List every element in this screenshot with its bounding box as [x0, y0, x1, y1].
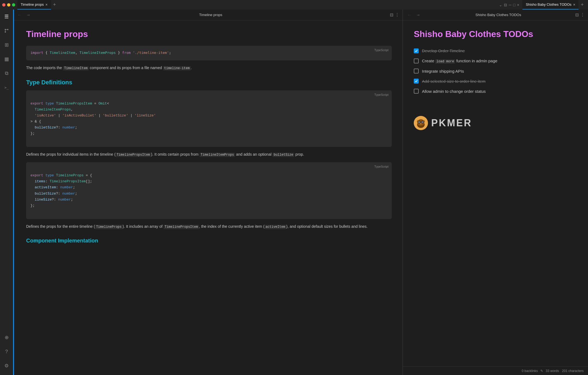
todo-checkbox-2[interactable] [414, 59, 419, 63]
code-content-1: import { TimelineItem, TimelineItemProps… [30, 51, 171, 55]
reading-mode-icon[interactable]: ⊟ [390, 12, 393, 17]
tab-timeline-props[interactable]: Timeline props × [17, 0, 51, 10]
sidebar-item-search[interactable]: ⊕ [2, 333, 11, 342]
right-reading-mode-icon[interactable]: ⊟ [575, 12, 579, 17]
right-more-options-icon[interactable]: ⋮ [580, 12, 585, 17]
content-area: ← → Timeline props ⊟ ⋮ Timeline props Ty… [13, 10, 588, 375]
svg-point-13 [422, 122, 423, 123]
sidebar-item-grid[interactable]: ⊞ [2, 40, 11, 50]
char-count: 201 characters [562, 369, 584, 373]
todo-text-3: Integrate shipping APIs [422, 68, 464, 74]
right-pane-title: Shisho Baby Clothes TODOs [424, 13, 573, 17]
right-pane-content: Shisho Baby Clothes TODOs Develop Order … [403, 20, 588, 366]
back-button[interactable]: ← [16, 12, 23, 18]
prose-2: Defines the props for individual items i… [26, 151, 392, 158]
pkmer-area: PKMER [414, 94, 577, 130]
edit-icon[interactable]: ✎ [540, 369, 543, 373]
todo-checkbox-1[interactable] [414, 48, 419, 53]
sidebar-bottom: ⊕ ? ⚙ [2, 333, 11, 373]
svg-point-1 [5, 31, 6, 33]
section-type-definitions: Type Definitions [26, 79, 392, 86]
close-button[interactable] [2, 3, 5, 7]
todo-item-3: Integrate shipping APIs [414, 68, 577, 74]
svg-point-12 [419, 122, 420, 123]
prose-1: The code imports the TimelineItem compon… [26, 65, 392, 71]
sidebar-item-help[interactable]: ? [2, 347, 11, 356]
tab-shisho-todos[interactable]: Shisho Baby Clothes TODOs × [522, 0, 578, 10]
todo-item-4: Add selected size to order line item [414, 78, 577, 84]
window-controls-area [2, 3, 17, 7]
svg-point-0 [5, 29, 6, 30]
pkmer-label: PKMER [431, 117, 472, 129]
code-content-2: export type TimelinePropsItem = Omit< Ti… [30, 95, 387, 143]
left-pane-title: Timeline props [34, 13, 388, 17]
todo-item-2: Create load more function in admin page [414, 58, 577, 64]
sidebar-item-calendar[interactable]: ▦ [2, 54, 11, 64]
svg-point-2 [7, 29, 8, 30]
todo-text-1: Develop Order Timeline [422, 48, 465, 54]
tab2-label: Shisho Baby Clothes TODOs [526, 2, 571, 7]
todo-text-5: Allow admin to change order status [422, 88, 486, 94]
todo-checkbox-3[interactable] [414, 69, 419, 73]
left-pane-toolbar: ← → Timeline props ⊟ ⋮ [13, 10, 403, 20]
window-controls [2, 3, 15, 7]
sidebar-item-menu[interactable]: ☰ [2, 12, 11, 21]
more-options-icon[interactable]: ⋮ [395, 12, 399, 17]
todo-list: Develop Order Timeline Create load more … [414, 48, 577, 94]
code-lang-1: TypeScript [374, 48, 388, 53]
article-title: Timeline props [26, 29, 392, 39]
tab-label: Timeline props [21, 2, 44, 7]
todo-text-4: Add selected size to order line item [422, 78, 485, 84]
code-block-2: TypeScript export type TimelinePropsItem… [26, 90, 392, 147]
bottom-stats: 0 backlinks ✎ 33 words 201 characters [522, 369, 584, 373]
right-pane-toolbar: ← → Shisho Baby Clothes TODOs ⊟ ⋮ [403, 10, 588, 20]
main-container: ☰ ⊞ ▦ ⧉ >_ ⊕ ? ⚙ ← → Timeline pr [0, 10, 588, 375]
code-block-3: TypeScript export type TimelineProps = {… [26, 162, 392, 219]
sidebar-item-terminal[interactable]: >_ [2, 82, 11, 92]
left-pane: ← → Timeline props ⊟ ⋮ Timeline props Ty… [13, 10, 403, 375]
active-indicator [13, 10, 14, 375]
tab-close-icon[interactable]: × [45, 2, 48, 7]
right-pane-bottom-bar: 0 backlinks ✎ 33 words 201 characters [403, 366, 588, 375]
maximize-button[interactable] [12, 3, 15, 7]
backlinks-count: 0 backlinks [522, 369, 538, 373]
code-lang-3: TypeScript [374, 164, 388, 169]
code-block-1: TypeScript import { TimelineItem, Timeli… [26, 46, 392, 60]
title-bar: Timeline props × + ⌄ ⊟ ─ □ × Shisho Baby… [0, 0, 588, 10]
todo-checkbox-4[interactable] [414, 79, 419, 84]
todo-page-title: Shisho Baby Clothes TODOs [414, 29, 577, 39]
todo-text-2: Create load more function in admin page [422, 58, 497, 64]
right-pane-actions: ⊟ ⋮ [575, 12, 585, 17]
todo-item-5: Allow admin to change order status [414, 88, 577, 94]
right-pane: ← → Shisho Baby Clothes TODOs ⊟ ⋮ Shisho… [403, 10, 588, 375]
tab-dropdown-icon[interactable]: ⌄ [499, 3, 502, 7]
close-window-icon[interactable]: × [517, 3, 519, 7]
sidebar-item-copy[interactable]: ⧉ [2, 68, 11, 78]
tabs-container: Timeline props × + ⌄ ⊟ ─ □ × Shisho Baby… [17, 0, 586, 10]
restore-window-icon[interactable]: □ [513, 3, 515, 7]
sidebar: ☰ ⊞ ▦ ⧉ >_ ⊕ ? ⚙ [0, 10, 13, 375]
add-tab-right-button[interactable]: + [578, 2, 586, 8]
minimize-window-icon[interactable]: ─ [509, 3, 512, 7]
todo-checkbox-5[interactable] [414, 89, 419, 94]
pkmer-logo [414, 116, 428, 130]
todo-item-1: Develop Order Timeline [414, 48, 577, 54]
add-tab-button[interactable]: + [51, 2, 58, 8]
right-back-button[interactable]: ← [406, 12, 413, 18]
forward-button[interactable]: → [25, 12, 32, 18]
left-pane-content: Timeline props TypeScript import { Timel… [13, 20, 403, 375]
right-forward-button[interactable]: → [415, 12, 421, 18]
sidebar-item-settings[interactable]: ⚙ [2, 361, 11, 371]
word-count: 33 words [546, 369, 559, 373]
code-lang-2: TypeScript [374, 93, 388, 97]
minimize-button[interactable] [7, 3, 10, 7]
section-component-impl: Component Implementation [26, 238, 392, 244]
prose-3: Defines the props for the entire timelin… [26, 223, 392, 230]
tab2-close-icon[interactable]: × [573, 2, 575, 7]
pane-actions: ⊟ ⋮ [390, 12, 399, 17]
sidebar-item-git[interactable] [2, 26, 11, 36]
split-editor-icon[interactable]: ⊟ [504, 3, 507, 7]
code-content-3: export type TimelineProps = { items: Tim… [30, 167, 387, 215]
